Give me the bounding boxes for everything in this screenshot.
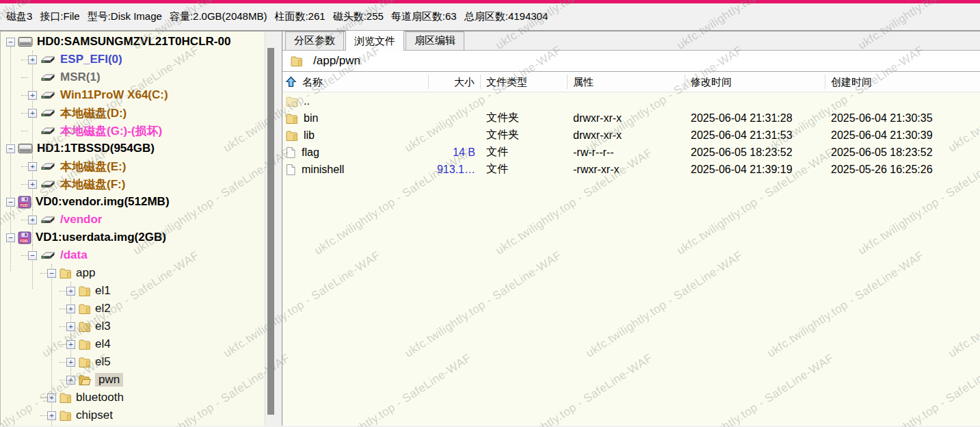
file-name-cell[interactable]: flag bbox=[282, 146, 429, 159]
column-header[interactable]: 创建时间 bbox=[825, 75, 980, 89]
collapse-icon[interactable]: − bbox=[47, 269, 56, 278]
folder-open-icon bbox=[78, 374, 91, 386]
file-list: ..bin文件夹drwxr-xr-x2025-06-04 21:31:28202… bbox=[282, 92, 980, 426]
partition-icon bbox=[40, 215, 56, 225]
path-bar[interactable]: /app/pwn bbox=[282, 51, 980, 72]
collapse-icon[interactable]: − bbox=[6, 38, 15, 47]
tree-item[interactable]: +pwn bbox=[1, 371, 265, 389]
disk-info-segment: 容量:2.0GB(2048MB) bbox=[170, 10, 267, 23]
table-row[interactable]: .. bbox=[282, 92, 980, 109]
table-row[interactable]: minishell913.1…文件-rwxr-xr-x2025-06-04 21… bbox=[282, 161, 980, 178]
file-name-cell[interactable]: bin bbox=[282, 112, 429, 125]
tree-connector-line bbox=[40, 398, 47, 398]
table-row[interactable]: bin文件夹drwxr-xr-x2025-06-04 21:31:282025-… bbox=[282, 109, 980, 127]
tree-item[interactable]: +本地磁盘(F:) bbox=[1, 175, 265, 193]
disk-info-segment: 每道扇区数:63 bbox=[391, 10, 457, 23]
disk-icon bbox=[18, 143, 33, 154]
disk-tree-panel: −HD0:SAMSUNGMZVL21T0HCLR-00+ESP_EFI(0)MS… bbox=[0, 31, 276, 426]
tree-item[interactable]: −/data bbox=[1, 246, 265, 264]
tree-scrollbar[interactable] bbox=[265, 31, 276, 426]
tab-0[interactable]: 分区参数 bbox=[285, 31, 344, 50]
tree-connector-line bbox=[21, 95, 28, 96]
tree-item[interactable]: +el4 bbox=[1, 335, 265, 353]
expand-icon[interactable]: + bbox=[66, 287, 75, 296]
file-modified-cell: 2025-06-04 21:39:19 bbox=[685, 164, 825, 176]
tree-item[interactable]: +el2 bbox=[1, 300, 265, 318]
table-row[interactable]: flag14 B文件-rw-r--r--2025-06-05 18:23:522… bbox=[282, 144, 980, 161]
tree-item[interactable]: −HD0:SAMSUNGMZVL21T0HCLR-00 bbox=[1, 33, 265, 51]
tree-connector-line bbox=[21, 113, 28, 114]
file-created-cell: 2025-06-04 21:30:39 bbox=[825, 129, 980, 142]
tree-item[interactable]: −HD1:1TBSSD(954GB) bbox=[1, 140, 265, 157]
tree-item[interactable]: +bluetooth bbox=[1, 389, 265, 406]
tree-item-label: /data bbox=[60, 248, 88, 262]
tab-1-active[interactable]: 浏览文件 bbox=[345, 30, 404, 51]
tree-item-label: el1 bbox=[95, 284, 111, 298]
folder-icon bbox=[78, 320, 91, 333]
collapse-icon[interactable]: − bbox=[28, 251, 37, 260]
expand-icon[interactable]: + bbox=[47, 411, 56, 420]
tree-item[interactable]: −FDDVD1:userdata.img(2GB) bbox=[1, 229, 265, 246]
expand-icon[interactable]: + bbox=[66, 340, 75, 349]
panel-splitter[interactable] bbox=[276, 31, 282, 426]
expand-icon[interactable]: + bbox=[66, 376, 75, 385]
tree-item[interactable]: +本地磁盘(D:) bbox=[1, 104, 265, 122]
sort-ascending-icon bbox=[285, 76, 297, 88]
expand-icon[interactable]: + bbox=[28, 55, 37, 64]
tree-item[interactable] bbox=[1, 424, 265, 426]
expand-icon[interactable]: + bbox=[28, 162, 37, 171]
tree-item[interactable]: +el5 bbox=[1, 353, 265, 371]
expand-icon[interactable]: + bbox=[66, 358, 75, 367]
path-folder-icon bbox=[290, 55, 303, 67]
partition-icon bbox=[40, 90, 56, 101]
tree-item[interactable]: +Win11ProW X64(C:) bbox=[1, 86, 265, 104]
tree-item[interactable]: +ESP_EFI(0) bbox=[1, 51, 265, 68]
disk-info-bar: 磁盘3接口:File型号:Disk Image容量:2.0GB(2048MB)柱… bbox=[0, 3, 980, 31]
tree-item[interactable]: −app bbox=[1, 264, 265, 282]
expand-icon[interactable]: + bbox=[28, 109, 37, 118]
folder-icon bbox=[78, 285, 91, 297]
tree-item[interactable]: 本地磁盘(G:)-(损坏) bbox=[1, 122, 265, 140]
file-name-cell[interactable]: lib bbox=[282, 129, 429, 142]
column-header[interactable]: 名称 bbox=[282, 75, 429, 89]
expand-icon[interactable]: + bbox=[28, 91, 37, 100]
disk-info-segment: 型号:Disk Image bbox=[88, 10, 162, 23]
folder-faded-icon bbox=[285, 95, 298, 107]
tree-item[interactable]: +el3 bbox=[1, 318, 265, 335]
tree-item-label: VD1:userdata.img(2GB) bbox=[36, 231, 166, 244]
expand-icon[interactable]: + bbox=[28, 180, 37, 189]
svg-text:FDD: FDD bbox=[21, 238, 28, 242]
expand-icon[interactable]: + bbox=[28, 216, 37, 224]
file-name-cell[interactable]: .. bbox=[282, 95, 429, 107]
column-header[interactable]: 大小 bbox=[429, 75, 481, 89]
expand-icon[interactable]: + bbox=[66, 322, 75, 331]
column-header[interactable]: 属性 bbox=[568, 75, 685, 89]
tree-item[interactable]: +/vendor bbox=[1, 211, 265, 229]
tree-connector-line bbox=[40, 273, 47, 274]
tree-item[interactable]: −FDDVD0:vendor.img(512MB) bbox=[1, 193, 265, 211]
tree-item-label: 本地磁盘(D:) bbox=[60, 105, 127, 121]
expand-icon[interactable]: + bbox=[66, 305, 75, 313]
partition-icon bbox=[40, 179, 56, 190]
tree-item[interactable]: +chipset bbox=[1, 406, 265, 424]
folder-icon bbox=[78, 338, 91, 350]
table-row[interactable]: lib文件夹drwxr-xr-x2025-06-04 21:31:532025-… bbox=[282, 127, 980, 144]
expand-icon[interactable]: + bbox=[47, 393, 56, 402]
tree-item-label: 本地磁盘(E:) bbox=[60, 159, 126, 174]
tree-connector-line bbox=[59, 362, 66, 363]
tree-item[interactable]: +本地磁盘(E:) bbox=[1, 157, 265, 175]
collapse-icon[interactable]: − bbox=[6, 233, 15, 242]
folder-icon bbox=[59, 267, 72, 279]
column-header[interactable]: 修改时间 bbox=[685, 75, 825, 89]
tree-item[interactable]: MSR(1) bbox=[1, 68, 265, 86]
tab-2[interactable]: 扇区编辑 bbox=[406, 31, 464, 50]
disk-info-segment: 柱面数:261 bbox=[274, 10, 325, 23]
file-name-cell[interactable]: minishell bbox=[282, 164, 429, 176]
tree-scrollbar-thumb[interactable] bbox=[267, 48, 274, 415]
collapse-icon[interactable]: − bbox=[6, 198, 15, 207]
tree-item[interactable]: +el1 bbox=[1, 282, 265, 300]
column-header[interactable]: 文件类型 bbox=[481, 75, 568, 89]
file-modified-cell: 2025-06-05 18:23:52 bbox=[685, 146, 825, 159]
collapse-icon[interactable]: − bbox=[6, 144, 15, 153]
tree-item-label: bluetooth bbox=[76, 391, 124, 404]
